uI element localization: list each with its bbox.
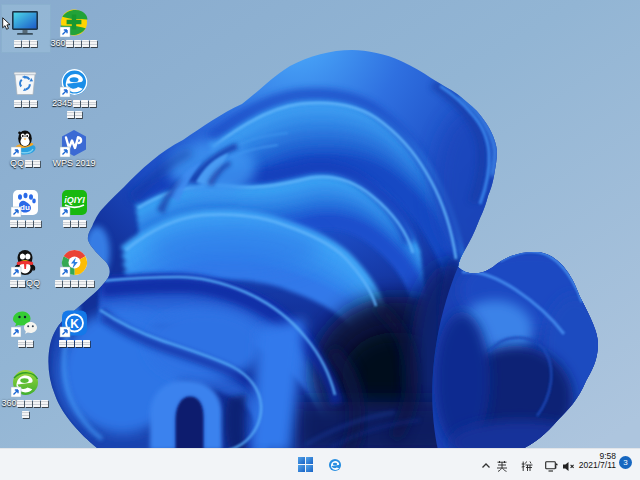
svg-text:K: K [70, 317, 79, 331]
svg-text:iQIYI: iQIYI [64, 195, 85, 205]
svg-text:du: du [20, 203, 30, 212]
